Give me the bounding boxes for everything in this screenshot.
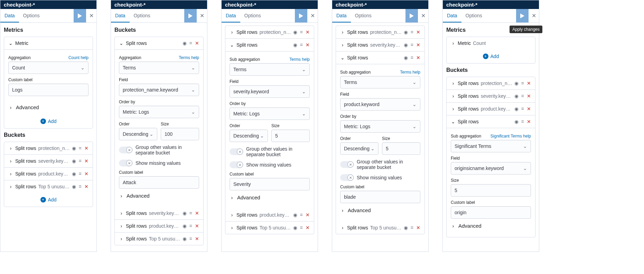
custom-label-input[interactable]: Severity [230,178,310,190]
delete-icon[interactable]: ✕ [84,145,88,151]
drag-icon[interactable]: = [300,225,303,230]
eye-icon[interactable]: ◉ [404,42,408,48]
apply-changes-button[interactable] [405,9,418,22]
bucket-row[interactable]: › Split rows protection_name... ◉=✕ [225,26,314,38]
eye-icon[interactable]: ◉ [183,40,187,46]
custom-label-input[interactable]: blade [340,191,420,203]
delete-icon[interactable]: ✕ [416,55,420,60]
delete-icon[interactable]: ✕ [416,225,420,230]
eye-icon[interactable]: ◉ [293,212,297,218]
apply-changes-button[interactable] [516,9,529,22]
terms-help-link[interactable]: Terms help [289,57,310,62]
order-by-select[interactable]: Metric: Logs⌄ [230,107,310,120]
delete-icon[interactable]: ✕ [84,171,88,177]
close-button[interactable]: ✕ [197,12,207,19]
eye-icon[interactable]: ◉ [183,236,187,242]
size-input[interactable]: 5 [382,142,420,155]
drag-icon[interactable]: = [411,29,413,35]
tab-options[interactable]: Options [461,9,486,22]
advanced-toggle[interactable]: › Advanced [119,189,199,203]
delete-icon[interactable]: ✕ [527,119,531,124]
metric-add-button[interactable]: + Add [4,114,93,128]
tab-data[interactable]: Data [111,9,130,22]
bucket-row-open[interactable]: ⌄ Split rows ◉ = ✕ [115,37,203,49]
order-select[interactable]: Descending⌄ [230,130,268,142]
delete-icon[interactable]: ✕ [306,225,310,230]
size-input[interactable]: 5 [451,184,531,197]
count-help-link[interactable]: Count help [68,55,88,60]
eye-icon[interactable]: ◉ [72,171,76,177]
field-select[interactable]: originsicname.keyword⌄ [451,162,531,174]
group-other-switch[interactable]: ✕ [230,148,243,155]
delete-icon[interactable]: ✕ [306,42,310,48]
group-other-switch[interactable]: ✕ [340,161,354,168]
aggregation-select[interactable]: Terms⌄ [340,76,420,88]
drag-icon[interactable]: = [189,40,192,46]
order-select[interactable]: Descending⌄ [340,142,379,155]
delete-icon[interactable]: ✕ [527,81,531,86]
size-input[interactable]: 100 [161,128,199,140]
drag-icon[interactable]: = [521,81,524,86]
custom-label-input[interactable]: Attack [119,176,199,189]
close-button[interactable]: ✕ [86,12,96,19]
bucket-row[interactable]: › Split rows Top 5 unusual ter... ◉ = ✕ [4,180,93,193]
bucket-row[interactable]: › Split rows Top 5 unusual te... ◉=✕ [336,221,424,234]
drag-icon[interactable]: = [521,106,524,112]
eye-icon[interactable]: ◉ [514,119,519,124]
size-input[interactable]: 5 [271,130,310,142]
bucket-row[interactable]: › Split rows Top 5 unusual te... ◉=✕ [115,232,203,245]
bucket-row[interactable]: › Split rows protection_name... ◉ = ✕ [4,142,93,154]
drag-icon[interactable]: = [79,184,82,189]
apply-changes-button[interactable] [295,9,307,22]
terms-help-link[interactable]: Terms help [400,70,420,75]
drag-icon[interactable]: = [189,210,192,216]
eye-icon[interactable]: ◉ [404,225,408,230]
metric-add-button[interactable]: + Add [447,49,535,63]
apply-changes-button[interactable] [184,9,197,22]
aggregation-select[interactable]: Terms⌄ [230,63,310,76]
eye-icon[interactable]: ◉ [293,225,297,230]
bucket-row[interactable]: › Split rows protection_name... ◉=✕ [447,77,535,89]
tab-options[interactable]: Options [19,9,44,22]
order-by-select[interactable]: Metric: Logs⌄ [119,106,199,118]
drag-icon[interactable]: = [521,119,524,124]
advanced-toggle[interactable]: › Advanced [340,203,420,217]
bucket-row[interactable]: › Split rows severity.keyword:... ◉ = ✕ [4,154,93,167]
delete-icon[interactable]: ✕ [416,42,420,48]
terms-help-link[interactable]: Terms help [179,55,199,60]
bucket-row[interactable]: › Split rows protection_name... ◉=✕ [336,26,424,38]
delete-icon[interactable]: ✕ [306,29,310,35]
drag-icon[interactable]: = [411,225,413,230]
drag-icon[interactable]: = [521,93,524,99]
delete-icon[interactable]: ✕ [527,106,531,112]
eye-icon[interactable]: ◉ [293,42,297,48]
tab-data[interactable]: Data [443,9,461,22]
bucket-row-open[interactable]: ⌄ Split rows ◉=✕ [336,51,424,64]
drag-icon[interactable]: = [300,29,303,35]
bucket-row[interactable]: › Split rows product.keyword:... ◉ = ✕ [4,167,93,180]
bucket-row[interactable]: › Split rows product.keyword... ◉=✕ [225,209,314,221]
eye-icon[interactable]: ◉ [514,93,519,99]
metric-row[interactable]: › Metric Count [447,37,535,49]
drag-icon[interactable]: = [189,223,192,229]
field-select[interactable]: severity.keyword⌄ [230,85,310,98]
custom-label-input[interactable]: Logs [8,84,88,96]
close-button[interactable]: ✕ [529,12,539,19]
show-missing-switch[interactable]: ✕ [340,174,354,181]
drag-icon[interactable]: = [189,236,192,242]
eye-icon[interactable]: ◉ [72,158,76,164]
order-select[interactable]: Descending⌄ [119,128,157,140]
apply-changes-button[interactable] [74,9,86,22]
delete-icon[interactable]: ✕ [195,210,199,216]
bucket-row[interactable]: › Split rows Top 5 unusual te... ◉=✕ [225,221,314,234]
drag-icon[interactable]: = [79,171,82,177]
delete-icon[interactable]: ✕ [416,29,420,35]
eye-icon[interactable]: ◉ [293,29,297,35]
field-select[interactable]: protection_name.keyword⌄ [119,84,199,96]
tab-data[interactable]: Data [222,9,240,22]
advanced-toggle[interactable]: › Advanced [451,219,531,233]
eye-icon[interactable]: ◉ [404,29,408,35]
group-other-switch[interactable]: ✕ [119,147,133,153]
eye-icon[interactable]: ◉ [72,184,76,189]
tab-options[interactable]: Options [240,9,265,22]
